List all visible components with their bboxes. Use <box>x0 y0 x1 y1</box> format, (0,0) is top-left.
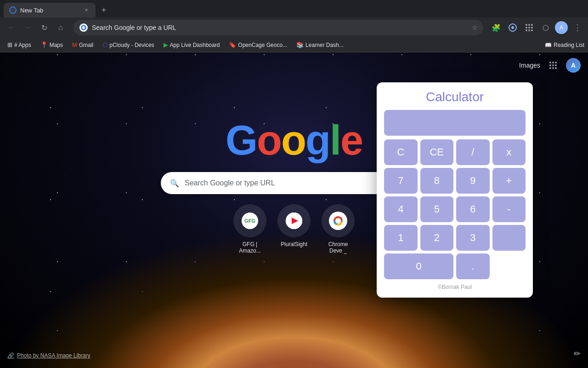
logo-o1: o <box>257 117 281 164</box>
page-content: Images A G o o g l e <box>0 52 588 368</box>
chromedev-label: Chrome Deve _ <box>322 241 355 254</box>
calculator-title: Calculator <box>384 90 526 104</box>
extensions-button[interactable]: 🧩 <box>489 20 503 35</box>
opencage-icon: 🔖 <box>229 41 236 48</box>
photo-credit[interactable]: 🔗 Photo by NASA Image Library <box>7 352 90 359</box>
ce-button[interactable]: CE <box>420 139 454 165</box>
gfg-label: GFG | Amazo... <box>233 241 266 254</box>
address-text: Search Google or type a URL <box>92 24 468 31</box>
pluralsight-label: PluralSight <box>281 241 307 247</box>
extensions-icon: ⬡ <box>543 23 549 32</box>
multiply-button[interactable]: x <box>492 139 526 165</box>
bookmark-learner[interactable]: 📚 Learner Dash... <box>293 40 347 50</box>
calculator-grid: C CE / x 7 8 9 + 4 5 6 - 1 2 3 0 <box>384 139 526 279</box>
shortcut-chromedev[interactable]: Chrome Deve _ <box>322 204 355 254</box>
star-icon[interactable]: ☆ <box>472 24 478 31</box>
back-icon: ← <box>7 23 15 32</box>
four-button[interactable]: 4 <box>384 196 418 222</box>
reading-list-icon: 📖 <box>545 42 552 48</box>
nine-button[interactable]: 9 <box>456 168 490 194</box>
calculator-footer: ©Bornak Paul <box>384 284 526 290</box>
google-favicon-icon <box>79 23 88 32</box>
apps-grid-icon <box>549 62 557 69</box>
bookmark-gmail[interactable]: M Gmail <box>68 40 97 50</box>
bookmark-gmail-label: Gmail <box>79 42 93 48</box>
apps-grid-button[interactable] <box>522 20 537 35</box>
edit-button[interactable]: ✏ <box>574 349 581 359</box>
bookmark-learner-label: Learner Dash... <box>305 42 344 48</box>
extensions2-button[interactable]: ⬡ <box>538 20 553 35</box>
zero-button[interactable]: 0 <box>384 253 453 279</box>
images-link[interactable]: Images <box>519 62 540 69</box>
logo-l: l <box>330 117 340 164</box>
calculator-overlay: Calculator C CE / x 7 8 9 + 4 5 6 - <box>377 82 533 298</box>
reload-button[interactable]: ↻ <box>37 20 51 35</box>
chrome-theme-icon <box>508 23 517 32</box>
tab-favicon <box>9 6 17 14</box>
title-bar: New Tab × + <box>0 0 588 17</box>
apps-grid-icon: ⊞ <box>7 41 12 48</box>
pluralsight-shortcut-icon <box>277 204 311 237</box>
add-button[interactable]: + <box>492 168 526 194</box>
bookmark-pcloudy-label: pCloudy - Devices <box>109 42 154 48</box>
bookmark-maps-label: Maps <box>50 42 63 48</box>
bookmark-opencage[interactable]: 🔖 OpenCage Geoco... <box>225 40 291 50</box>
profile-avatar[interactable]: A <box>555 21 568 34</box>
link-icon: 🔗 <box>7 352 14 359</box>
google-profile-avatar[interactable]: A <box>566 58 581 73</box>
logo-g: G <box>226 117 257 164</box>
two-button[interactable]: 2 <box>420 225 454 251</box>
grid-icon <box>526 24 533 31</box>
divide-button[interactable]: / <box>456 139 490 165</box>
active-tab[interactable]: New Tab × <box>4 3 96 17</box>
three-button[interactable]: 3 <box>456 225 490 251</box>
logo-o2: o <box>281 117 305 164</box>
tab-title: New Tab <box>20 7 79 14</box>
shortcut-pluralsight[interactable]: PluralSight <box>277 204 311 254</box>
decimal-button[interactable]: . <box>456 253 490 279</box>
address-bar[interactable]: Search Google or type a URL ☆ <box>74 20 483 35</box>
five-button[interactable]: 5 <box>420 196 454 222</box>
bookmark-maps[interactable]: 📍 Maps <box>37 40 67 50</box>
forward-button[interactable]: → <box>20 20 35 35</box>
menu-icon: ⋮ <box>573 23 581 33</box>
bookmark-applive[interactable]: ▶ App Live Dashboard <box>160 40 224 50</box>
colorful-icon-button[interactable] <box>505 20 520 35</box>
reading-list[interactable]: 📖 Reading List <box>545 42 584 48</box>
bookmarks-bar: ⊞ # Apps 📍 Maps M Gmail ⬡ pCloudy - Devi… <box>0 38 588 52</box>
reading-list-label: Reading List <box>554 42 584 48</box>
logo-g2: g <box>305 117 330 164</box>
gfg-text: GFG <box>244 218 255 224</box>
subtract-button[interactable]: - <box>492 196 526 222</box>
maps-icon: 📍 <box>40 41 48 48</box>
six-button[interactable]: 6 <box>456 196 490 222</box>
chromedev-shortcut-icon <box>322 204 355 237</box>
logo-e: e <box>340 117 362 164</box>
seven-button[interactable]: 7 <box>384 168 418 194</box>
toolbar-right: 🧩 ⬡ A ⋮ <box>489 20 584 35</box>
search-icon: 🔍 <box>170 179 179 188</box>
browser-frame: New Tab × + ← → ↻ ⌂ <box>0 0 588 368</box>
back-button[interactable]: ← <box>4 20 18 35</box>
tab-close-button[interactable]: × <box>83 6 90 14</box>
home-button[interactable]: ⌂ <box>53 20 68 35</box>
edit-icon: ✏ <box>574 349 581 358</box>
pcloudy-icon: ⬡ <box>102 41 107 48</box>
forward-icon: → <box>24 23 31 32</box>
eight-button[interactable]: 8 <box>420 168 454 194</box>
calculator-display[interactable] <box>384 110 526 136</box>
applive-icon: ▶ <box>164 41 168 48</box>
bookmark-pcloudy[interactable]: ⬡ pCloudy - Devices <box>99 40 158 50</box>
one-button[interactable]: 1 <box>384 225 418 251</box>
shortcut-gfg[interactable]: GFG GFG | Amazo... <box>233 204 266 254</box>
clear-button[interactable]: C <box>384 139 418 165</box>
bookmark-apps[interactable]: ⊞ # Apps <box>4 40 35 50</box>
google-apps-button[interactable] <box>546 58 560 73</box>
new-tab-button[interactable]: + <box>97 4 110 17</box>
equals-button[interactable] <box>492 225 526 251</box>
reload-icon: ↻ <box>41 23 47 32</box>
google-avatar-initial: A <box>571 62 576 69</box>
learner-icon: 📚 <box>296 41 304 48</box>
menu-button[interactable]: ⋮ <box>570 20 584 35</box>
avatar-initial: A <box>560 24 563 31</box>
